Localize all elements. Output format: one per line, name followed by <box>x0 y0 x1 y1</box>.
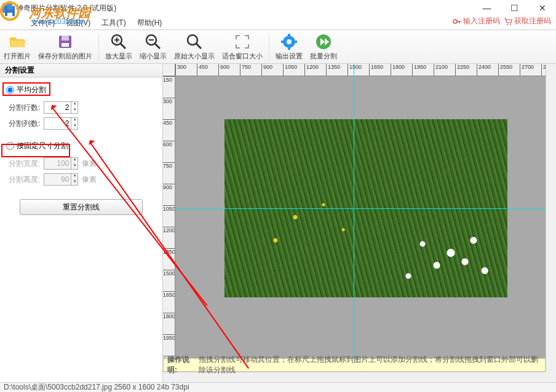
toolbar: 打开图片 保存分割后的图片 放大显示 缩小显示 原始大小显示 适合窗口大小 输出… <box>0 29 556 64</box>
menu-view[interactable]: 视图(V) <box>66 18 90 28</box>
side-panel: 分割设置 平均分割 分割行数: ▲▼ 分割列数: ▲▼ 按固定尺寸分割 <box>0 64 163 382</box>
zoom-out-icon <box>144 33 162 51</box>
svg-point-1 <box>453 20 457 23</box>
get-code-label: 获取注册码 <box>514 16 551 26</box>
close-button[interactable]: ✕ <box>528 0 556 16</box>
gear-icon <box>280 33 298 51</box>
svg-point-17 <box>287 39 292 44</box>
hint-prefix: 操作说明: <box>167 355 196 375</box>
zoom-out-label: 缩小显示 <box>140 52 167 61</box>
canvas-area[interactable]: 3004506007509001050120013501500165018001… <box>163 64 556 382</box>
window-title: 神奇图片分割软件 2.0 (试用版) <box>16 3 116 14</box>
cart-icon <box>504 17 512 26</box>
batch-label: 批量分割 <box>310 52 337 61</box>
split-line-horizontal[interactable] <box>175 208 556 209</box>
svg-line-12 <box>155 44 160 49</box>
app-icon <box>2 3 12 13</box>
minimize-button[interactable]: — <box>473 0 501 16</box>
menu-help[interactable]: 帮助(H) <box>137 18 162 28</box>
toolbar-separator <box>98 33 99 60</box>
svg-point-14 <box>188 35 197 45</box>
rows-spinner[interactable]: ▲▼ <box>71 101 78 113</box>
menu-bar: 文件(F) 视图(V) 工具(T) 帮助(H) 输入注册码 获取注册码 <box>0 16 556 29</box>
maximize-button[interactable]: ☐ <box>501 0 528 16</box>
menu-tools[interactable]: 工具(T) <box>101 18 125 28</box>
zoom-out-button[interactable]: 缩小显示 <box>136 30 170 63</box>
key-icon <box>453 17 461 26</box>
ruler-corner <box>163 64 175 76</box>
open-label: 打开图片 <box>4 52 31 61</box>
svg-point-3 <box>510 24 511 25</box>
scrollbar-vertical[interactable] <box>546 64 556 372</box>
zoom-in-icon <box>109 33 128 51</box>
hint-bar: 操作说明: 拖拽分割线可移动其位置；在标尺上拖拽鼠标到图片上可以添加分割线；将分… <box>163 358 546 372</box>
svg-rect-21 <box>294 41 297 43</box>
panel-header: 分割设置 <box>0 64 163 77</box>
zoom-original-icon <box>185 33 204 51</box>
status-bar: D:\tools\桌面\5003ccb2dd217.jpg 2560 x 160… <box>0 382 556 392</box>
fixed-split-radio[interactable] <box>6 142 14 150</box>
zoom-in-label: 放大显示 <box>105 52 132 61</box>
get-register-code-link[interactable]: 获取注册码 <box>504 16 551 26</box>
svg-line-8 <box>121 44 125 49</box>
save-icon <box>56 33 74 51</box>
split-line-vertical[interactable] <box>354 64 354 382</box>
svg-point-2 <box>507 24 508 25</box>
fit-window-button[interactable]: 适合窗口大小 <box>218 30 266 63</box>
fixed-split-label: 按固定尺寸分割 <box>17 141 68 151</box>
avg-split-radio[interactable] <box>6 86 14 94</box>
avg-split-label: 平均分割 <box>17 85 46 95</box>
title-bar: 神奇图片分割软件 2.0 (试用版) — ☐ ✕ <box>0 0 556 16</box>
ruler-horizontal[interactable]: 3004506007509001050120013501500165018001… <box>175 64 556 76</box>
svg-line-15 <box>196 44 201 49</box>
zoom-in-button[interactable]: 放大显示 <box>101 30 136 63</box>
batch-split-button[interactable]: 批量分割 <box>306 30 341 63</box>
folder-open-icon <box>8 33 26 51</box>
reset-split-lines-button[interactable]: 重置分割线 <box>20 199 143 215</box>
height-spinner: ▲▼ <box>71 173 78 185</box>
save-split-button[interactable]: 保存分割后的图片 <box>34 30 96 63</box>
width-unit: 像素 <box>82 159 97 169</box>
output-label: 输出设置 <box>276 52 303 61</box>
enter-code-label: 输入注册码 <box>463 16 500 26</box>
menu-file[interactable]: 文件(F) <box>31 18 55 28</box>
open-image-button[interactable]: 打开图片 <box>0 30 34 63</box>
fit-window-icon <box>233 33 252 51</box>
svg-rect-20 <box>281 41 284 43</box>
height-unit: 像素 <box>82 174 97 185</box>
svg-rect-5 <box>62 36 69 41</box>
enter-register-code-link[interactable]: 输入注册码 <box>453 16 500 26</box>
toolbar-separator <box>269 33 269 60</box>
height-label: 分割高度: <box>9 174 40 185</box>
rows-label: 分割行数: <box>9 103 40 113</box>
status-text: D:\tools\桌面\5003ccb2dd217.jpg 2560 x 160… <box>4 382 189 392</box>
ruler-vertical[interactable]: 1503004506007509001050120013501500165018… <box>163 76 175 382</box>
scrollbar-corner <box>546 372 556 382</box>
save-label: 保存分割后的图片 <box>38 52 92 61</box>
cols-label: 分割列数: <box>9 119 40 129</box>
output-settings-button[interactable]: 输出设置 <box>272 30 306 63</box>
hint-text: 拖拽分割线可移动其位置；在标尺上拖拽鼠标到图片上可以添加分割线；将分割线拖拽到窗… <box>199 355 541 375</box>
svg-rect-6 <box>62 43 69 47</box>
width-spinner: ▲▼ <box>71 157 78 169</box>
svg-rect-18 <box>288 34 290 37</box>
width-label: 分割宽度: <box>9 159 40 169</box>
cols-spinner[interactable]: ▲▼ <box>71 117 78 129</box>
batch-icon <box>314 33 333 51</box>
fit-label: 适合窗口大小 <box>222 52 263 61</box>
zoom-original-button[interactable]: 原始大小显示 <box>170 30 218 63</box>
zoom-orig-label: 原始大小显示 <box>174 52 215 61</box>
svg-rect-19 <box>288 47 290 50</box>
